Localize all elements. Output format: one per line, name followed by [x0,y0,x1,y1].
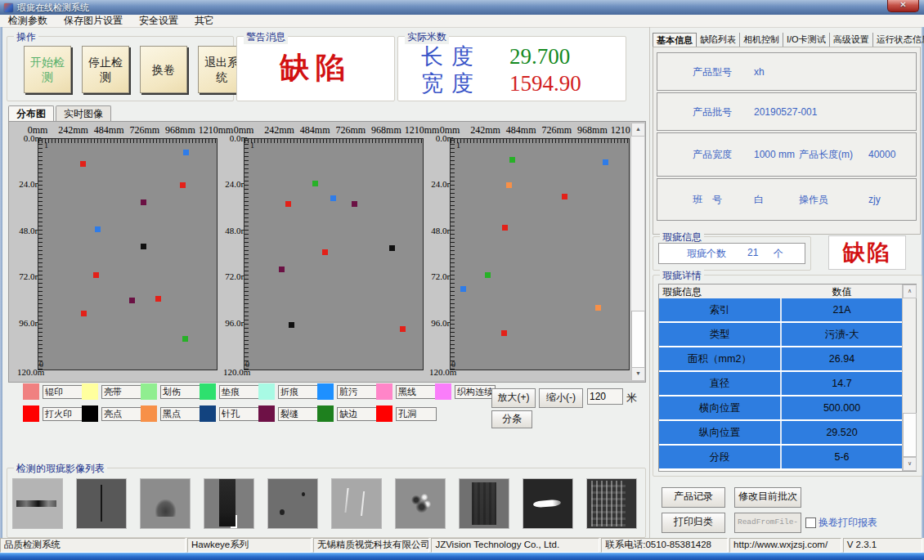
detail-table-header: 瑕疵信息数值 [659,284,902,299]
legend-item-亮带: 亮带 [82,383,142,400]
scroll-thumb[interactable] [631,311,645,368]
legend-swatch [141,405,157,422]
tab-分布图[interactable]: 分布图 [8,105,54,122]
legend-swatch [317,383,334,400]
plot-corner-label-top: 1 [250,141,254,150]
roll-print-checkbox[interactable] [805,517,816,528]
product-record-button[interactable]: 产品记录 [662,487,725,508]
print-sort-button[interactable]: 打印归类 [662,513,725,533]
defect-marker [400,326,406,332]
scroll-up-arrow[interactable]: ▲ [631,123,645,137]
close-button[interactable]: ✕ [887,0,919,12]
defect-marker [322,249,328,255]
defect-marker [93,272,99,278]
defect-mark [16,500,56,507]
op-button-换卷[interactable]: 换卷 [140,46,187,93]
menu-item-保存图片设置[interactable]: 保存图片设置 [56,15,131,27]
app-icon [4,3,13,12]
view-tabs: 分布图实时图像 [8,105,113,122]
detail-row-纵向位置[interactable]: 纵向位置29.520 [659,421,902,446]
detail-row-索引[interactable]: 索引21A [659,298,902,323]
defect-marker [95,226,101,232]
defect-thumbnail[interactable] [331,478,382,529]
zoom-out-button[interactable]: 缩小(-) [539,388,583,408]
x-axis-tick: 484mm [506,124,536,137]
plot-corner-label-top: 1 [456,141,460,150]
legend-item-折痕: 折痕 [258,383,319,400]
tab-缺陷列表[interactable]: 缺陷列表 [697,33,740,47]
tab-基本信息[interactable]: 基本信息 [653,33,697,47]
scroll-up-arrow[interactable]: ∧ [903,284,917,298]
defect-marker [289,322,294,328]
split-button[interactable]: 分条 [491,410,532,428]
product-field-value: 白 [754,193,764,207]
zoom-in-button[interactable]: 放大(+) [491,388,536,408]
defect-thumbnail[interactable] [76,478,127,529]
legend-swatch [82,405,98,422]
product-field-label: 班 号 [693,193,722,207]
detail-cell-value: 14.7 [782,372,902,395]
product-field-value: 40000 [868,149,895,160]
tab-实时图像[interactable]: 实时图像 [56,105,111,122]
right-panel: 基本信息缺陷列表相机控制I/O卡测试高级设置运行状态信息 产品型号xh产品批号2… [649,27,922,539]
scroll-down-arrow[interactable]: ∨ [903,457,917,471]
op-button-开始检测[interactable]: 开始检测 [24,46,71,93]
tab-相机控制[interactable]: 相机控制 [740,33,783,47]
modify-batch-button[interactable]: 修改目前批次 [734,487,801,508]
scroll-down-arrow[interactable]: ▼ [631,367,645,381]
detail-row-面积（mm2）[interactable]: 面积（mm2）26.94 [659,347,902,372]
defect-count-unit: 个 [774,247,783,261]
defect-marker [562,194,567,199]
defect-marker [595,305,601,311]
defect-thumbnail[interactable] [267,478,318,529]
tab-运行状态信息[interactable]: 运行状态信息 [873,33,924,47]
x-axis-tick: 968mm [577,124,608,137]
defect-thumbnail[interactable] [140,478,191,529]
detail-row-直径[interactable]: 直径14.7 [659,372,902,396]
scroll-thumb[interactable] [903,413,917,457]
detail-cell-value: 污渍-大 [782,323,902,346]
chart-scrollbar[interactable]: ▲▼ [630,123,644,381]
legend-label: 裂缝 [278,407,319,421]
x-axis-tick: 242mm [264,124,294,137]
product-field-value: zjy [868,194,881,205]
detail-row-横向位置[interactable]: 横向位置500.000 [659,396,902,421]
tab-高级设置[interactable]: 高级设置 [830,33,873,47]
plot-ruler-x [244,139,423,143]
detail-cell-value: 29.520 [782,421,902,444]
detail-row-类型[interactable]: 类型污渍-大 [659,323,902,347]
legend-item-亮点: 亮点 [82,405,142,422]
defect-marker [129,298,135,303]
defect-thumbnail[interactable] [12,478,63,529]
status-segment: http://www.wxjzsj.com/ [729,538,841,553]
alarm-text-box: 缺陷 [828,235,906,270]
defect-thumbnail[interactable] [459,478,509,529]
defect-thumbnail[interactable] [586,478,637,529]
legend-item-脏污: 脏污 [317,383,378,400]
op-button-停止检测[interactable]: 停止检测 [82,46,129,93]
detail-cell-label: 纵向位置 [659,421,782,444]
detail-row-分段[interactable]: 分段5-6 [659,446,902,470]
window-title: 瑕疵在线检测系统 [17,2,89,14]
menu-item-其它[interactable]: 其它 [186,15,222,27]
detail-cell-value: 26.94 [782,347,902,370]
defect-thumbnail[interactable] [204,478,254,529]
defect-marker [502,225,508,231]
defect-marker [80,161,86,167]
meter-range-input[interactable] [587,388,623,405]
menu-item-检测参数[interactable]: 检测参数 [0,15,56,27]
tab-I/O卡测试[interactable]: I/O卡测试 [783,33,830,47]
legend-label: 垫痕 [219,385,260,399]
defect-thumbnail[interactable] [395,478,446,529]
defect-thumbnail[interactable] [523,478,573,529]
legend-label: 打火印 [43,407,83,421]
x-axis-tick: 242mm [58,124,88,137]
defect-marker [603,159,608,165]
defect-mark [219,479,235,526]
legend-item-划伤: 划伤 [141,383,201,400]
plot-ruler-y [244,139,249,370]
menu-item-安全设置[interactable]: 安全设置 [131,15,186,27]
defect-image-list-title: 检测的瑕疵影像列表 [14,462,107,476]
window-frame-left [0,27,2,553]
detail-table-scrollbar[interactable]: ∧∨ [902,284,916,471]
